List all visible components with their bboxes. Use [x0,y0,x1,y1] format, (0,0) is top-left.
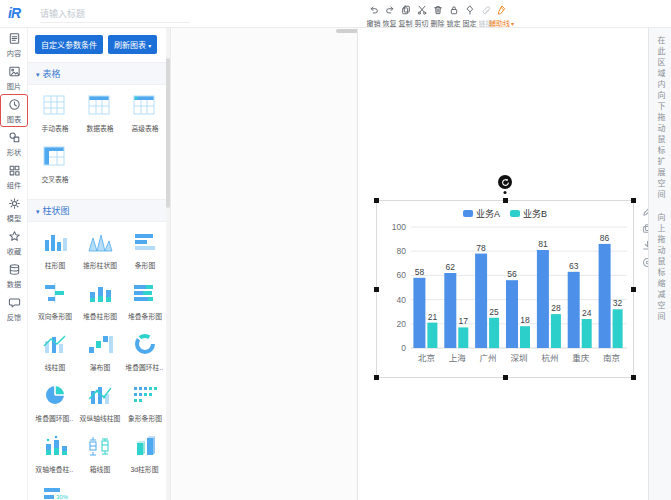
chart-type-label: 堆叠条形图 [128,312,162,321]
selection-handle-sw[interactable] [374,375,379,380]
resize-hint-strip[interactable]: 在此区域内向下拖动鼠标扩展空间 向上拖动鼠标缩减空间 [648,28,671,500]
svg-text:杭州: 杭州 [541,353,558,363]
sidebar-item-label: 反馈 [7,314,21,323]
canvas-workspace[interactable]: 业务A 业务B 0204060801005821北京6217上海7825广州56… [172,28,648,500]
sidebar-item-5-component[interactable]: 组件 [0,160,28,193]
svg-text:25: 25 [489,307,499,317]
sidebar-item-9-feedback[interactable]: 反馈 [0,292,28,325]
sidebar-item-label: 形状 [7,149,21,158]
chart-type-label: 堆叠圆环柱.. [126,363,164,372]
collapse-triangle-icon: ▾ [36,208,40,215]
table-icon [40,93,70,121]
svg-text:81: 81 [538,239,548,249]
selection-handle-s[interactable] [503,375,508,380]
sidebar-item-4-shapes[interactable]: 形状 [0,127,28,160]
legend-swatch [463,210,473,217]
tool-cut[interactable]: 剪切 [414,1,429,27]
canvas-scrollbar[interactable] [336,29,358,33]
sidebar-item-6-gear[interactable]: 模型 [0,193,28,226]
tool-label: 剪切 [415,19,429,28]
chart-type-table-adv[interactable]: 高级表格 [122,93,167,134]
refresh-chart-button[interactable]: 刷新图表 ▾ [108,35,157,54]
tool-redo[interactable]: 恢复 [382,1,397,27]
panel-scrollbar-thumb[interactable] [166,58,170,208]
tool-label: 固定 [463,19,477,28]
chart-type-donutpie[interactable]: 堆叠圆环图.. [32,383,77,424]
image-icon [8,64,21,82]
gear-icon [8,196,21,214]
chart-clock-icon [8,97,21,115]
chart-type-waterfall[interactable]: 瀑布图 [77,332,122,373]
table-adv-icon [130,93,160,121]
section-header-2[interactable]: ▾柱状图 [28,199,170,222]
svg-text:北京: 北京 [418,353,435,363]
sidebar-item-8-database[interactable]: 数据 [0,259,28,292]
chart-type-percent[interactable]: 30% 百分比条形图 [32,485,77,500]
selection-handle-e[interactable] [631,287,636,292]
tool-undo[interactable]: 撤销 [366,1,381,27]
svg-text:0: 0 [401,343,406,353]
tool-label: 辅助线▾ [489,19,514,29]
bidir-icon [40,281,70,309]
custom-params-button[interactable]: 自定义参数条件 [35,35,103,54]
sidebar-item-3-chart-clock[interactable]: 图表 [0,94,28,127]
hint-drag-down: 在此区域内向下拖动鼠标扩展空间 [655,36,666,201]
panel-scrollbar[interactable] [166,28,170,500]
svg-text:深圳: 深圳 [510,353,527,363]
selection-handle-se[interactable] [631,375,636,380]
chart-type-dualstack[interactable]: 双轴堆叠柱.. [32,434,77,475]
tool-guide-pen[interactable]: 辅助线▾ [494,1,509,27]
chart-type-table-header[interactable]: 数据表格 [77,93,122,134]
tool-pin[interactable]: 固定 [462,1,477,27]
chart-type-table-cross[interactable]: 交叉表格 [32,144,77,185]
selection-handle-nw[interactable] [374,198,379,203]
chart-type-cone[interactable]: 锥形柱状图 [77,230,122,271]
sidebar-item-2-image[interactable]: 图片 [0,61,28,94]
app-logo: iR [8,5,20,21]
chart-type-label: 双向条形图 [38,312,72,321]
svg-text:63: 63 [569,261,579,271]
bar3d-icon [130,434,160,462]
feedback-icon [8,295,21,313]
sidebar-item-label: 图表 [7,116,21,125]
tool-copy[interactable]: 复制 [398,1,413,27]
svg-text:重庆: 重庆 [572,353,590,363]
sidebar-item-1-document[interactable]: 内容 [0,28,28,61]
tool-trash[interactable]: 删除 [430,1,445,27]
svg-text:62: 62 [446,262,456,272]
chart-type-panel: 自定义参数条件刷新图表 ▾ ▾表格 手动表格 数据表格 高级表格 交叉表格▾柱状… [28,28,171,500]
chart-type-bars[interactable]: 柱形图 [32,230,77,271]
chart-type-donutbar[interactable]: 堆叠圆环柱.. [122,332,167,373]
rotate-handle-icon[interactable] [498,175,512,189]
chart-type-label: 堆叠圆环图.. [36,414,74,423]
chart-type-linebar[interactable]: 线柱图 [32,332,77,373]
dualstack-icon [40,434,70,462]
selection-handle-w[interactable] [374,287,379,292]
chart-type-dualline[interactable]: 双纵轴线柱图 [77,383,122,424]
selection-handle-ne[interactable] [631,198,636,203]
chart-type-bar3d[interactable]: 3d柱形图 [122,434,167,475]
donutbar-icon [130,332,160,360]
chart-type-hbars[interactable]: 条形图 [122,230,167,271]
tool-lock[interactable]: 锁定 [446,1,461,27]
svg-text:18: 18 [520,315,530,325]
hbars-icon [130,230,160,258]
canvas-page[interactable]: 业务A 业务B 0204060801005821北京6217上海7825广州56… [357,28,648,500]
chart-type-stackh[interactable]: 堆叠条形图 [122,281,167,322]
chart-type-stackv[interactable]: 堆叠柱形图 [77,281,122,322]
svg-text:60: 60 [397,270,407,280]
chart-type-picto[interactable]: 象形条形图 [122,383,167,424]
chart-type-table[interactable]: 手动表格 [32,93,77,134]
svg-text:40: 40 [397,295,407,305]
chart-type-label: 3d柱形图 [131,465,159,474]
chart-type-bidir[interactable]: 双向条形图 [32,281,77,322]
section-header-1[interactable]: ▾表格 [28,62,170,85]
sidebar-item-label: 内容 [7,50,21,59]
redo-icon [385,1,395,19]
title-input[interactable] [40,5,190,23]
document-icon [8,31,21,49]
selection-handle-n[interactable] [503,198,508,203]
chart-type-boxplot[interactable]: 箱线图 [77,434,122,475]
sidebar-item-7-star[interactable]: 收藏 [0,226,28,259]
chart-object[interactable]: 业务A 业务B 0204060801005821北京6217上海7825广州56… [376,200,634,378]
